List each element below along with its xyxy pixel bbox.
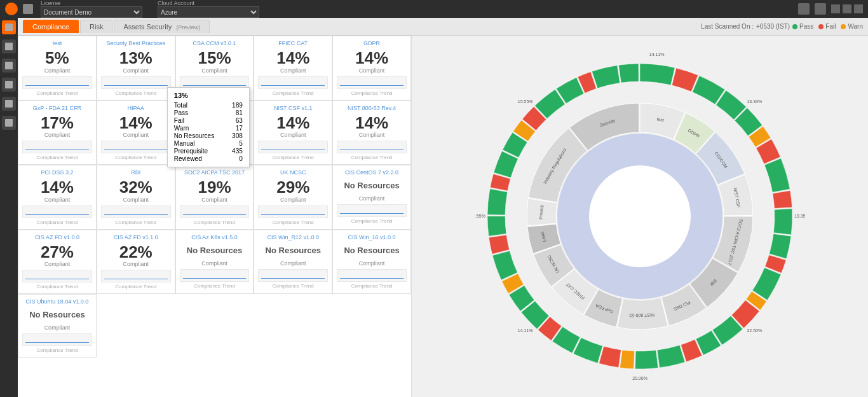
assets-icon: [5, 62, 13, 69]
card-trend-15: Compliance Trend: [22, 284, 92, 289]
tooltip-row: No Resources308: [174, 132, 243, 139]
card-sparkline-19: [337, 269, 407, 282]
close-button[interactable]: [854, 4, 863, 13]
card-title-4: GDPR: [337, 40, 407, 46]
compliance-card-6[interactable]: HIPAA14%CompliantCompliance Trend: [97, 101, 175, 165]
card-trend-8: Compliance Trend: [258, 155, 328, 160]
chart-area: testGDPRCIS/CCMNIST CSFSOC2 AICPA TSC 20…: [412, 36, 868, 397]
compliance-card-0[interactable]: test5%CompliantCompliance Trend: [18, 36, 97, 101]
sidebar-item-help[interactable]: [2, 116, 16, 130]
minimize-button[interactable]: [831, 4, 840, 13]
card-percent-6: 14%: [101, 114, 171, 132]
tooltip-row: Manual5: [174, 140, 243, 147]
card-compliant-3: Compliant: [258, 67, 328, 74]
card-no-resources-14: No Resources: [337, 181, 407, 190]
compliance-card-16[interactable]: CIS AZ FD v1.1.022%CompliantCompliance T…: [97, 230, 175, 295]
card-percent-0: 5%: [22, 49, 92, 67]
card-percent-15: 27%: [22, 243, 92, 261]
card-compliant-15: Compliant: [22, 261, 92, 267]
card-trend-3: Compliance Trend: [258, 90, 328, 96]
card-title-9: NIST 800-53 Rev.4: [337, 105, 407, 111]
compliance-card-15[interactable]: CIS AZ FD v1.0.027%CompliantCompliance T…: [18, 230, 97, 295]
tooltip-row: Prerequisite435: [174, 148, 243, 155]
compliance-card-17[interactable]: CIS Az K8s v1.5.0No ResourcesCompliantCo…: [175, 230, 254, 295]
card-compliant-12: Compliant: [180, 197, 250, 203]
svg-text:20.00%: 20.00%: [632, 376, 648, 380]
card-no-resources-19: No Resources: [337, 246, 407, 255]
compliance-card-13[interactable]: UK NCSC29%CompliantCompliance Trend: [254, 165, 332, 230]
legend-warn: Warn: [841, 23, 863, 30]
tab-compliance[interactable]: Compliance: [23, 20, 79, 33]
card-compliant-6: Compliant: [101, 132, 171, 138]
reports-icon: [5, 81, 13, 88]
card-compliant-14: Compliant: [337, 195, 407, 202]
card-sparkline-1: [101, 76, 171, 89]
card-sparkline-8: [258, 141, 328, 153]
card-percent-4: 14%: [337, 49, 407, 67]
left-sidebar: [0, 18, 18, 397]
compliance-card-5[interactable]: GxP - FDA 21 CFR17%CompliantCompliance T…: [18, 101, 97, 165]
svg-text:14.11%: 14.11%: [649, 52, 665, 57]
card-compliant-4: Compliant: [337, 67, 407, 74]
sidebar-item-home[interactable]: [2, 20, 16, 34]
compliance-card-9[interactable]: NIST 800-53 Rev.414%CompliantCompliance …: [332, 101, 411, 165]
card-sparkline-14: [337, 204, 407, 217]
legend-fail: Fail: [818, 23, 836, 30]
compliance-card-19[interactable]: CIS Win_16 v1.0.0No ResourcesCompliantCo…: [332, 230, 411, 295]
compliance-card-11[interactable]: RBI32%CompliantCompliance Trend: [97, 165, 175, 230]
donut-svg: testGDPRCIS/CCMNIST CSFSOC2 AICPA TSC 20…: [475, 51, 805, 382]
card-title-5: GxP - FDA 21 CFR: [22, 105, 92, 111]
sidebar-item-compliance[interactable]: [2, 39, 16, 53]
compliance-card-4[interactable]: GDPR14%CompliantCompliance Trend: [332, 36, 411, 101]
svg-text:13.33%: 13.33%: [747, 99, 762, 104]
card-compliant-16: Compliant: [101, 261, 171, 267]
card-title-0: test: [22, 40, 92, 46]
compliance-icon: [5, 43, 13, 50]
compliance-card-12[interactable]: SOC2 AICPA TSC 201719%CompliantComplianc…: [175, 165, 254, 230]
home-icon: [5, 24, 13, 31]
compliance-card-18[interactable]: CIS Win_R12 v1.0.0No ResourcesCompliantC…: [254, 230, 332, 295]
card-no-resources-18: No Resources: [258, 246, 328, 255]
compliance-card-10[interactable]: PCI DSS 3.214%CompliantCompliance Trend: [18, 165, 97, 230]
card-sparkline-6: [101, 141, 171, 153]
card-no-resources-17: No Resources: [180, 246, 250, 255]
cloud-select[interactable]: Azure: [158, 6, 259, 18]
card-trend-5: Compliance Trend: [22, 155, 92, 160]
card-percent-12: 19%: [180, 178, 250, 197]
license-select[interactable]: Document Demo: [41, 6, 142, 18]
card-sparkline-17: [180, 269, 250, 282]
card-compliant-0: Compliant: [22, 67, 92, 74]
sidebar-item-reports[interactable]: [2, 78, 16, 92]
maximize-button[interactable]: [843, 4, 851, 13]
card-percent-11: 32%: [101, 178, 171, 197]
legend: Pass Fail Warn: [792, 23, 863, 30]
card-percent-16: 22%: [101, 243, 171, 261]
settings-sidebar-icon: [5, 100, 13, 108]
menu-icon[interactable]: [23, 4, 33, 14]
card-title-6: HIPAA: [101, 105, 171, 111]
tab-risk[interactable]: Risk: [80, 20, 112, 33]
sidebar-item-settings[interactable]: [2, 97, 16, 111]
card-sparkline-9: [337, 141, 407, 153]
card-sparkline-12: [180, 205, 250, 218]
compliance-card-14[interactable]: CIS CentOS 7 v2.2.0No ResourcesCompliant…: [332, 165, 411, 230]
main-layout: Compliance Risk Assets Security (Preview…: [0, 18, 868, 397]
card-compliant-8: Compliant: [258, 132, 328, 138]
compliance-card-3[interactable]: FFIEC CAT14%CompliantCompliance Trend: [254, 36, 332, 101]
card-trend-11: Compliance Trend: [101, 219, 171, 225]
card-trend-6: Compliance Trend: [101, 155, 171, 160]
card-title-17: CIS Az K8s v1.5.0: [180, 234, 250, 240]
card-percent-1: 13%: [101, 49, 171, 67]
card-title-15: CIS AZ FD v1.0.0: [22, 234, 92, 240]
compliance-card-20[interactable]: CIS Ubuntu 18.04 v1.0.0No ResourcesCompl…: [18, 294, 97, 358]
sidebar-item-assets[interactable]: [2, 59, 16, 73]
tab-assets-security[interactable]: Assets Security (Preview): [114, 20, 210, 33]
warn-dot: [841, 24, 846, 29]
compliance-card-1[interactable]: Security Best Practices13%CompliantCompl…: [97, 36, 175, 101]
compliance-card-8[interactable]: NIST CSF v1.114%CompliantCompliance Tren…: [254, 101, 332, 165]
tooltip-row: Reviewed0: [174, 155, 243, 162]
settings-icon[interactable]: [798, 3, 810, 15]
card-title-3: FFIEC CAT: [258, 40, 328, 46]
card-compliant-20: Compliant: [22, 324, 92, 331]
notifications-icon[interactable]: [815, 3, 826, 15]
